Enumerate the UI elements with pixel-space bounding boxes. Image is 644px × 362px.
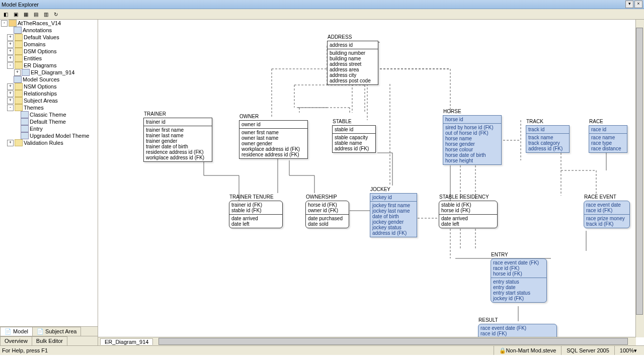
toolbar-btn-5[interactable]: ▥: [41, 10, 50, 19]
entity-owner[interactable]: OWNER owner id owner first name owner la…: [239, 120, 308, 159]
model-explorer-title-bar: Model Explorer ▾ ×: [0, 0, 644, 9]
horizontal-scrollbar[interactable]: ER_Diagram_914: [98, 337, 636, 345]
panel-tabs-bottom: Overview Bulk Editor: [0, 336, 98, 345]
entity-ownership[interactable]: OWNERSHIP horse id (FK) owner id (FK) da…: [305, 201, 349, 228]
tree-item[interactable]: Annotations: [0, 27, 98, 34]
entity-trainer[interactable]: TRAINER trainer id trainer first name tr…: [143, 118, 212, 162]
tab-bulk-editor[interactable]: Bulk Editor: [32, 336, 67, 345]
status-help: For Help, press F1: [2, 347, 48, 353]
close-button[interactable]: ×: [634, 1, 642, 8]
tab-subject-area[interactable]: 📄 Subject Area: [32, 327, 81, 336]
status-server: SQL Server 2005: [561, 346, 614, 355]
tree-item[interactable]: +Domains: [0, 41, 98, 48]
tree-item[interactable]: -AtTheRaces_V14: [0, 20, 98, 27]
tree-item[interactable]: Classic Theme: [0, 111, 98, 118]
window-title: Model Explorer: [2, 2, 624, 8]
entity-race[interactable]: RACE race id race name race type race di…: [589, 125, 627, 153]
tab-overview[interactable]: Overview: [0, 336, 32, 345]
toolbar-btn-3[interactable]: ▦: [21, 10, 30, 19]
pin-button[interactable]: ▾: [625, 1, 633, 8]
tree-item[interactable]: +Subject Areas: [0, 97, 98, 104]
entity-jockey[interactable]: JOCKEY jockey id jockey first name jocke…: [370, 193, 417, 237]
entity-track[interactable]: TRACK track id track name track category…: [526, 125, 570, 153]
tree-item[interactable]: +DSM Options: [0, 48, 98, 55]
tree-item[interactable]: +Relationships: [0, 90, 98, 97]
tab-model[interactable]: 📄 Model: [0, 327, 33, 336]
doc-tab-diagram[interactable]: ER_Diagram_914: [100, 338, 153, 345]
toolbar-btn-6[interactable]: ↻: [51, 10, 60, 19]
entity-entry[interactable]: ENTRY race event date (FK) race id (FK) …: [491, 258, 547, 303]
toolbar-btn-1[interactable]: ◧: [1, 10, 10, 19]
entity-trainer-tenure[interactable]: TRAINER TENURE trainer id (FK) stable id…: [229, 201, 283, 228]
model-tree[interactable]: -AtTheRaces_V14Annotations+Default Value…: [0, 20, 98, 326]
tree-item[interactable]: Default Theme: [0, 118, 98, 125]
status-mode: 🔒 Non-Mart Mod. steve: [494, 346, 561, 355]
panel-tabs-top: 📄 Model 📄 Subject Area: [0, 326, 98, 336]
tree-item[interactable]: -Themes: [0, 104, 98, 111]
tree-item[interactable]: +Entities: [0, 55, 98, 62]
tree-item[interactable]: +Default Values: [0, 34, 98, 41]
tree-item[interactable]: -ER Diagrams: [0, 62, 98, 69]
entity-stable-residency[interactable]: STABLE RESIDENCY stable id (FK) horse id…: [439, 201, 498, 228]
entity-race-event[interactable]: RACE EVENT race event date race id (FK) …: [584, 201, 630, 228]
toolbar-btn-4[interactable]: ▤: [31, 10, 40, 19]
vertical-scrollbar[interactable]: [635, 20, 644, 337]
tree-item[interactable]: Model Sources: [0, 76, 98, 83]
tree-item[interactable]: Entry: [0, 125, 98, 132]
tree-item[interactable]: +NSM Options: [0, 83, 98, 90]
entity-horse[interactable]: HORSE horse id sired by horse id (FK) ou…: [443, 115, 502, 165]
explorer-toolbar: ◧ ▣ ▦ ▤ ▥ ↻: [0, 9, 644, 20]
diagram-canvas[interactable]: ADDRESS address id building number build…: [98, 20, 644, 345]
tree-item[interactable]: +ER_Diagram_914: [0, 69, 98, 76]
tree-item[interactable]: Upgraded Model Theme: [0, 132, 98, 139]
entity-address[interactable]: ADDRESS address id building number build…: [327, 41, 378, 85]
toolbar-btn-2[interactable]: ▣: [11, 10, 20, 19]
entity-stable[interactable]: STABLE stable id stable capacity stable …: [332, 125, 376, 153]
tree-item[interactable]: +Validation Rules: [0, 139, 98, 146]
status-zoom[interactable]: 100% ▾: [614, 346, 642, 355]
status-bar: For Help, press F1 🔒 Non-Mart Mod. steve…: [0, 345, 644, 355]
